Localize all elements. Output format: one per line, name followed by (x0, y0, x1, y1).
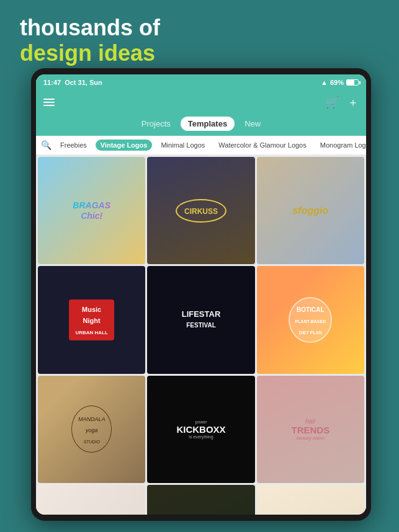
tablet-frame: 11:47 Oct 31, Sun ▲ 69% 🛒 ＋ Projec (31, 68, 371, 521)
card-add-new[interactable]: + (38, 485, 145, 515)
card-music-night[interactable]: MusicNightURBAN HALL (38, 266, 145, 373)
card-dark-logo[interactable]: ★ (147, 485, 254, 515)
filter-bar: 🔍 Freebies Vintage Logos Minimal Logos W… (36, 136, 366, 155)
status-bar: 11:47 Oct 31, Sun ▲ 69% (36, 74, 366, 91)
template-grid: BRAGASChic! CIRKUSS sfoggio MusicNightUR… (36, 155, 366, 515)
filter-minimal-logos[interactable]: Minimal Logos (156, 140, 210, 151)
date-display: Oct 31, Sun (65, 79, 102, 86)
tab-projects[interactable]: Projects (134, 117, 178, 131)
card-mandala[interactable]: MANDALAyogaSTUDIO (38, 376, 145, 483)
tab-new[interactable]: New (237, 117, 268, 131)
botical-label: BOTICALPLANT-BASEDDIET PLAN (289, 297, 332, 343)
hamburger-menu[interactable] (43, 99, 55, 106)
kickboxx-label: power KICKBOXX is everything (176, 420, 225, 439)
card-sfoggio[interactable]: sfoggio (257, 157, 364, 264)
filter-vintage-logos[interactable]: Vintage Logos (96, 140, 153, 151)
card-menu[interactable]: MENÜ (257, 485, 364, 515)
card-bragas-chic[interactable]: BRAGASChic! (38, 157, 145, 264)
card-hair-trends[interactable]: hair TRENDS beauty salon (257, 376, 364, 483)
card-lifestar[interactable]: LIFESTAR FESTIVAL (147, 266, 254, 373)
filter-monogram-logos[interactable]: Monogram Logos (315, 140, 366, 151)
battery-display: 69% (330, 79, 344, 86)
search-icon[interactable]: 🔍 (41, 140, 52, 150)
cart-icon[interactable]: 🛒 (325, 95, 339, 109)
top-nav: 🛒 ＋ (36, 91, 366, 114)
mandala-label: MANDALAyogaSTUDIO (71, 406, 112, 453)
grid-row-3: MANDALAyogaSTUDIO power KICKBOXX is ever… (38, 376, 364, 483)
cirkuss-label: CIRKUSS (176, 199, 226, 223)
tabs-bar: Projects Templates New (36, 114, 366, 136)
filter-watercolor-logos[interactable]: Watercolor & Glamour Logos (213, 140, 311, 151)
add-icon[interactable]: ＋ (347, 95, 359, 110)
sfoggio-label: sfoggio (292, 205, 328, 216)
card-cirkuss[interactable]: CIRKUSS (147, 157, 254, 264)
music-night-label: MusicNightURBAN HALL (69, 299, 114, 340)
grid-row-2: MusicNightURBAN HALL LIFESTAR FESTIVAL B… (38, 266, 364, 373)
card-botical[interactable]: BOTICALPLANT-BASEDDIET PLAN (257, 266, 364, 373)
lifestar-label: LIFESTAR FESTIVAL (182, 309, 221, 330)
card-kickboxx[interactable]: power KICKBOXX is everything (147, 376, 254, 483)
time-display: 11:47 (43, 79, 61, 86)
wifi-icon: ▲ (321, 79, 328, 86)
grid-row-1: BRAGASChic! CIRKUSS sfoggio (38, 157, 364, 264)
status-left: 11:47 Oct 31, Sun (43, 79, 102, 86)
grid-row-4: + ★ MENÜ (38, 485, 364, 515)
status-right: ▲ 69% (321, 79, 359, 86)
tablet-screen: 11:47 Oct 31, Sun ▲ 69% 🛒 ＋ Projec (36, 74, 366, 515)
tab-templates[interactable]: Templates (181, 117, 235, 131)
bragas-chic-label: BRAGASChic! (73, 200, 110, 221)
hero-line2: design ideas (20, 40, 160, 66)
hair-trends-label: hair TRENDS beauty salon (291, 418, 330, 441)
hero-line1: thousands of (20, 15, 160, 40)
battery-icon (346, 79, 359, 86)
hero-section: thousands of design ideas (0, 0, 180, 76)
filter-freebies[interactable]: Freebies (55, 140, 92, 151)
nav-right: 🛒 ＋ (325, 95, 359, 110)
